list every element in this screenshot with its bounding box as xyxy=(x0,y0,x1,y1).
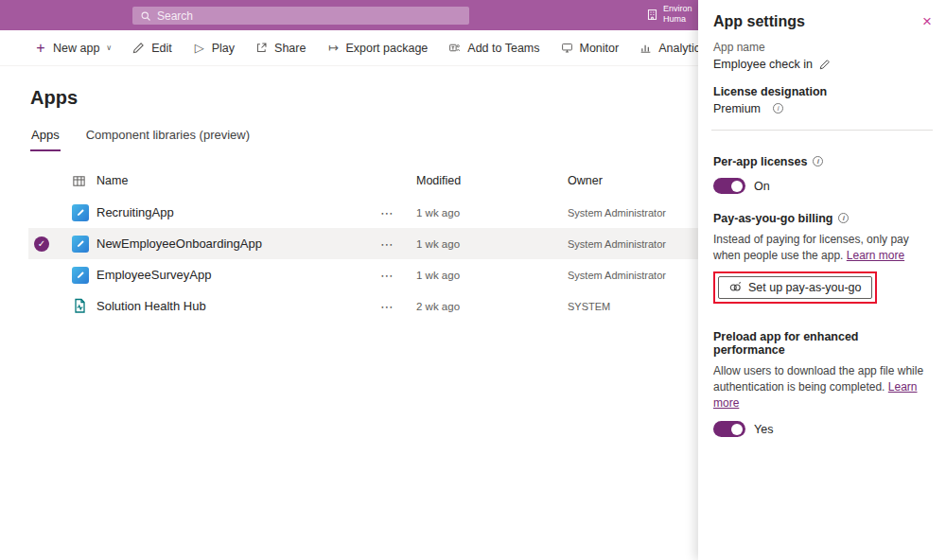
column-header-name[interactable]: Name xyxy=(96,174,380,187)
row-selected-check-icon[interactable]: ✓ xyxy=(34,236,49,252)
edit-app-name-icon[interactable] xyxy=(819,59,831,70)
app-name: RecruitingApp xyxy=(96,205,380,219)
license-designation-label: License designation xyxy=(713,85,827,98)
app-name-label: App name xyxy=(713,41,931,54)
payg-icon xyxy=(728,281,742,294)
chevron-down-icon: ∨ xyxy=(106,44,112,52)
tab-bar: Apps Component libraries (preview) xyxy=(30,124,698,151)
app-owner: System Administrator xyxy=(568,238,698,250)
app-modified: 1 wk ago xyxy=(416,238,568,250)
app-name-value: Employee check in xyxy=(713,58,813,71)
info-icon[interactable] xyxy=(773,103,783,114)
monitor-icon xyxy=(561,42,574,54)
table-row[interactable]: Solution Health Hub ⋯ 2 wk ago SYSTEM xyxy=(28,290,698,322)
environment-icon xyxy=(646,9,658,21)
per-app-licenses-label: Per-app licenses xyxy=(713,155,807,168)
table-row-selected[interactable]: ✓ NewEmployeeOnboardingApp ⋯ 1 wk ago Sy… xyxy=(28,228,698,259)
tab-apps[interactable]: Apps xyxy=(30,124,61,151)
preload-toggle-state: Yes xyxy=(754,423,773,436)
app-settings-panel: App settings × App name Employee check i… xyxy=(698,0,946,560)
app-name: NewEmployeeOnboardingApp xyxy=(96,236,380,251)
table-row[interactable]: EmployeeSurveyApp ⋯ 1 wk ago System Admi… xyxy=(28,259,698,290)
monitor-button[interactable]: Monitor xyxy=(552,36,629,61)
preload-label: Preload app for enhanced performance xyxy=(713,330,931,357)
column-header-modified[interactable]: Modified xyxy=(416,174,568,187)
share-icon xyxy=(255,42,269,54)
canvas-app-icon xyxy=(72,204,89,221)
search-placeholder: Search xyxy=(157,9,193,23)
app-modified: 1 wk ago xyxy=(416,207,568,219)
annotation-highlight-box: Set up pay-as-you-go xyxy=(713,271,877,304)
row-more-button[interactable]: ⋯ xyxy=(380,268,416,283)
per-app-licenses-toggle[interactable] xyxy=(713,178,745,194)
apps-table: Name Modified Owner RecruitingApp ⋯ 1 wk… xyxy=(0,165,698,322)
app-owner: System Administrator xyxy=(568,207,698,219)
add-to-teams-button[interactable]: Add to Teams xyxy=(439,36,549,61)
table-header-row: Name Modified Owner xyxy=(28,165,698,197)
new-app-button[interactable]: + New app ∨ xyxy=(25,35,121,61)
license-designation-value: Premium xyxy=(713,102,761,115)
export-icon: ↦ xyxy=(326,42,340,54)
canvas-app-icon xyxy=(72,236,89,253)
payg-learn-more-link[interactable]: Learn more xyxy=(847,249,904,262)
share-button[interactable]: Share xyxy=(246,36,315,61)
environment-label: Environ xyxy=(663,4,692,13)
setup-payg-button[interactable]: Set up pay-as-you-go xyxy=(718,276,872,299)
per-app-licenses-toggle-state: On xyxy=(754,180,770,193)
page-title: Apps xyxy=(30,87,698,109)
canvas-app-icon xyxy=(72,267,89,284)
app-modified: 2 wk ago xyxy=(416,301,568,312)
edit-button[interactable]: Edit xyxy=(123,36,182,61)
tab-component-libraries[interactable]: Component libraries (preview) xyxy=(85,124,251,151)
export-package-button[interactable]: ↦ Export package xyxy=(317,36,437,61)
main-content: Apps Apps Component libraries (preview) … xyxy=(0,66,698,322)
app-modified: 1 wk ago xyxy=(416,270,568,281)
row-more-button[interactable]: ⋯ xyxy=(380,236,416,252)
environment-picker[interactable]: Environ Huma xyxy=(646,4,703,25)
search-input[interactable]: Search xyxy=(132,7,469,25)
info-icon[interactable] xyxy=(838,213,849,223)
table-grid-icon xyxy=(72,174,96,188)
search-icon xyxy=(140,10,151,22)
teams-icon xyxy=(448,42,462,54)
play-icon: ▷ xyxy=(193,42,206,54)
payg-billing-label: Pay-as-you-go billing xyxy=(713,212,832,225)
app-owner: SYSTEM xyxy=(568,301,698,312)
app-owner: System Administrator xyxy=(568,270,698,281)
pencil-icon xyxy=(132,42,146,54)
app-name: EmployeeSurveyApp xyxy=(96,268,380,282)
close-icon[interactable]: × xyxy=(920,11,934,31)
row-more-button[interactable]: ⋯ xyxy=(380,299,416,314)
app-name: Solution Health Hub xyxy=(96,299,380,313)
column-header-owner[interactable]: Owner xyxy=(568,174,698,187)
solution-app-icon xyxy=(72,298,87,314)
panel-title: App settings xyxy=(713,13,931,30)
analytics-icon xyxy=(639,42,653,54)
row-more-button[interactable]: ⋯ xyxy=(380,205,416,220)
info-icon[interactable] xyxy=(813,156,823,166)
panel-divider xyxy=(711,130,933,131)
table-row[interactable]: RecruitingApp ⋯ 1 wk ago System Administ… xyxy=(28,197,698,228)
environment-name: Huma xyxy=(663,14,686,24)
plus-icon: + xyxy=(34,41,47,56)
preload-toggle[interactable] xyxy=(713,421,745,437)
play-button[interactable]: ▷ Play xyxy=(184,36,244,61)
